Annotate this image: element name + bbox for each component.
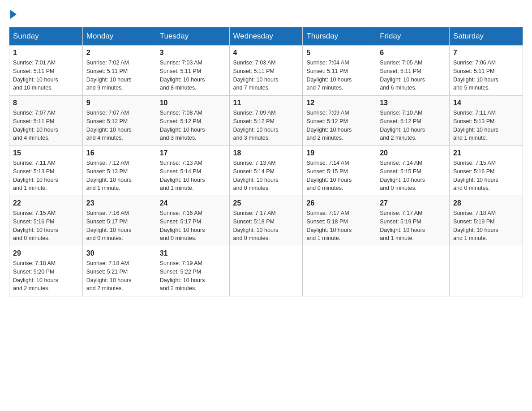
calendar-cell: 25Sunrise: 7:17 AMSunset: 5:18 PMDayligh… — [229, 196, 303, 246]
calendar-cell — [229, 246, 303, 296]
day-number: 20 — [380, 149, 446, 157]
day-info: Sunrise: 7:18 AMSunset: 5:21 PMDaylight:… — [86, 259, 152, 293]
day-info: Sunrise: 7:17 AMSunset: 5:19 PMDaylight:… — [380, 209, 446, 243]
day-info: Sunrise: 7:10 AMSunset: 5:12 PMDaylight:… — [380, 109, 446, 142]
day-info: Sunrise: 7:13 AMSunset: 5:14 PMDaylight:… — [160, 159, 226, 193]
day-number: 30 — [86, 249, 152, 257]
calendar-cell: 28Sunrise: 7:18 AMSunset: 5:19 PMDayligh… — [450, 196, 523, 246]
calendar-cell: 30Sunrise: 7:18 AMSunset: 5:21 PMDayligh… — [82, 246, 156, 296]
calendar-cell: 19Sunrise: 7:14 AMSunset: 5:15 PMDayligh… — [303, 146, 376, 196]
day-info: Sunrise: 7:03 AMSunset: 5:11 PMDaylight:… — [233, 59, 299, 92]
day-info: Sunrise: 7:14 AMSunset: 5:15 PMDaylight:… — [380, 159, 446, 193]
day-info: Sunrise: 7:08 AMSunset: 5:12 PMDaylight:… — [160, 109, 226, 142]
day-number: 9 — [86, 99, 152, 107]
day-number: 16 — [86, 149, 152, 157]
day-number: 7 — [453, 49, 519, 57]
week-row-5: 29Sunrise: 7:18 AMSunset: 5:20 PMDayligh… — [9, 246, 523, 296]
day-info: Sunrise: 7:16 AMSunset: 5:17 PMDaylight:… — [86, 209, 152, 243]
calendar-cell — [303, 246, 376, 296]
day-info: Sunrise: 7:05 AMSunset: 5:11 PMDaylight:… — [380, 59, 446, 92]
day-info: Sunrise: 7:01 AMSunset: 5:11 PMDaylight:… — [13, 59, 79, 92]
calendar-cell: 13Sunrise: 7:10 AMSunset: 5:12 PMDayligh… — [376, 96, 450, 146]
day-number: 27 — [380, 199, 446, 207]
calendar-cell: 7Sunrise: 7:06 AMSunset: 5:11 PMDaylight… — [450, 46, 523, 96]
day-number: 26 — [306, 199, 372, 207]
calendar-cell: 23Sunrise: 7:16 AMSunset: 5:17 PMDayligh… — [82, 196, 156, 246]
day-info: Sunrise: 7:03 AMSunset: 5:11 PMDaylight:… — [160, 59, 226, 92]
calendar-header-sunday: Sunday — [9, 27, 83, 46]
calendar-cell: 21Sunrise: 7:15 AMSunset: 5:16 PMDayligh… — [450, 146, 523, 196]
week-row-2: 8Sunrise: 7:07 AMSunset: 5:11 PMDaylight… — [9, 96, 523, 146]
calendar-table: SundayMondayTuesdayWednesdayThursdayFrid… — [9, 27, 523, 296]
day-number: 21 — [453, 149, 519, 157]
calendar-header-monday: Monday — [82, 27, 156, 46]
day-number: 29 — [13, 249, 79, 257]
logo-arrow-icon — [10, 10, 17, 19]
day-number: 4 — [233, 49, 299, 57]
calendar-cell: 26Sunrise: 7:17 AMSunset: 5:18 PMDayligh… — [303, 196, 376, 246]
day-number: 6 — [380, 49, 446, 57]
day-number: 19 — [306, 149, 372, 157]
calendar-cell: 20Sunrise: 7:14 AMSunset: 5:15 PMDayligh… — [376, 146, 450, 196]
day-number: 22 — [13, 199, 79, 207]
calendar-cell: 3Sunrise: 7:03 AMSunset: 5:11 PMDaylight… — [156, 46, 229, 96]
day-info: Sunrise: 7:15 AMSunset: 5:16 PMDaylight:… — [453, 159, 519, 193]
calendar-header-friday: Friday — [376, 27, 450, 46]
day-number: 8 — [13, 99, 79, 107]
day-number: 3 — [160, 49, 226, 57]
calendar-header-thursday: Thursday — [303, 27, 376, 46]
day-info: Sunrise: 7:02 AMSunset: 5:11 PMDaylight:… — [86, 59, 152, 92]
week-row-1: 1Sunrise: 7:01 AMSunset: 5:11 PMDaylight… — [9, 46, 523, 96]
day-info: Sunrise: 7:15 AMSunset: 5:16 PMDaylight:… — [13, 209, 79, 243]
day-info: Sunrise: 7:04 AMSunset: 5:11 PMDaylight:… — [306, 59, 372, 92]
day-number: 23 — [86, 199, 152, 207]
calendar-header-saturday: Saturday — [450, 27, 523, 46]
calendar-header-tuesday: Tuesday — [156, 27, 229, 46]
calendar-cell: 11Sunrise: 7:09 AMSunset: 5:12 PMDayligh… — [229, 96, 303, 146]
day-info: Sunrise: 7:18 AMSunset: 5:20 PMDaylight:… — [13, 259, 79, 293]
calendar-header-row: SundayMondayTuesdayWednesdayThursdayFrid… — [9, 27, 523, 46]
day-number: 11 — [233, 99, 299, 107]
week-row-3: 15Sunrise: 7:11 AMSunset: 5:13 PMDayligh… — [9, 146, 523, 196]
calendar-cell: 12Sunrise: 7:09 AMSunset: 5:12 PMDayligh… — [303, 96, 376, 146]
day-info: Sunrise: 7:07 AMSunset: 5:12 PMDaylight:… — [86, 109, 152, 142]
day-number: 14 — [453, 99, 519, 107]
day-number: 24 — [160, 199, 226, 207]
calendar-cell: 31Sunrise: 7:19 AMSunset: 5:22 PMDayligh… — [156, 246, 229, 296]
week-row-4: 22Sunrise: 7:15 AMSunset: 5:16 PMDayligh… — [9, 196, 523, 246]
calendar-cell: 27Sunrise: 7:17 AMSunset: 5:19 PMDayligh… — [376, 196, 450, 246]
day-info: Sunrise: 7:12 AMSunset: 5:13 PMDaylight:… — [86, 159, 152, 193]
day-info: Sunrise: 7:16 AMSunset: 5:17 PMDaylight:… — [160, 209, 226, 243]
calendar-cell: 17Sunrise: 7:13 AMSunset: 5:14 PMDayligh… — [156, 146, 229, 196]
day-info: Sunrise: 7:11 AMSunset: 5:13 PMDaylight:… — [13, 159, 79, 193]
day-info: Sunrise: 7:14 AMSunset: 5:15 PMDaylight:… — [306, 159, 372, 193]
day-info: Sunrise: 7:18 AMSunset: 5:19 PMDaylight:… — [453, 209, 519, 243]
calendar-cell: 2Sunrise: 7:02 AMSunset: 5:11 PMDaylight… — [82, 46, 156, 96]
day-number: 1 — [13, 49, 79, 57]
calendar-cell: 22Sunrise: 7:15 AMSunset: 5:16 PMDayligh… — [9, 196, 83, 246]
day-info: Sunrise: 7:09 AMSunset: 5:12 PMDaylight:… — [306, 109, 372, 142]
day-number: 15 — [13, 149, 79, 157]
day-info: Sunrise: 7:06 AMSunset: 5:11 PMDaylight:… — [453, 59, 519, 92]
day-number: 31 — [160, 249, 226, 257]
day-number: 5 — [306, 49, 372, 57]
calendar-cell: 18Sunrise: 7:13 AMSunset: 5:14 PMDayligh… — [229, 146, 303, 196]
logo — [9, 9, 18, 19]
day-number: 10 — [160, 99, 226, 107]
calendar-cell: 29Sunrise: 7:18 AMSunset: 5:20 PMDayligh… — [9, 246, 83, 296]
day-info: Sunrise: 7:17 AMSunset: 5:18 PMDaylight:… — [306, 209, 372, 243]
calendar-cell: 9Sunrise: 7:07 AMSunset: 5:12 PMDaylight… — [82, 96, 156, 146]
calendar-cell: 4Sunrise: 7:03 AMSunset: 5:11 PMDaylight… — [229, 46, 303, 96]
day-number: 25 — [233, 199, 299, 207]
day-number: 2 — [86, 49, 152, 57]
day-info: Sunrise: 7:07 AMSunset: 5:11 PMDaylight:… — [13, 109, 79, 142]
calendar-cell: 14Sunrise: 7:11 AMSunset: 5:13 PMDayligh… — [450, 96, 523, 146]
page-header — [9, 9, 523, 19]
day-number: 18 — [233, 149, 299, 157]
day-number: 28 — [453, 199, 519, 207]
calendar-cell: 16Sunrise: 7:12 AMSunset: 5:13 PMDayligh… — [82, 146, 156, 196]
day-number: 17 — [160, 149, 226, 157]
calendar-cell: 24Sunrise: 7:16 AMSunset: 5:17 PMDayligh… — [156, 196, 229, 246]
day-number: 12 — [306, 99, 372, 107]
day-info: Sunrise: 7:19 AMSunset: 5:22 PMDaylight:… — [160, 259, 226, 293]
